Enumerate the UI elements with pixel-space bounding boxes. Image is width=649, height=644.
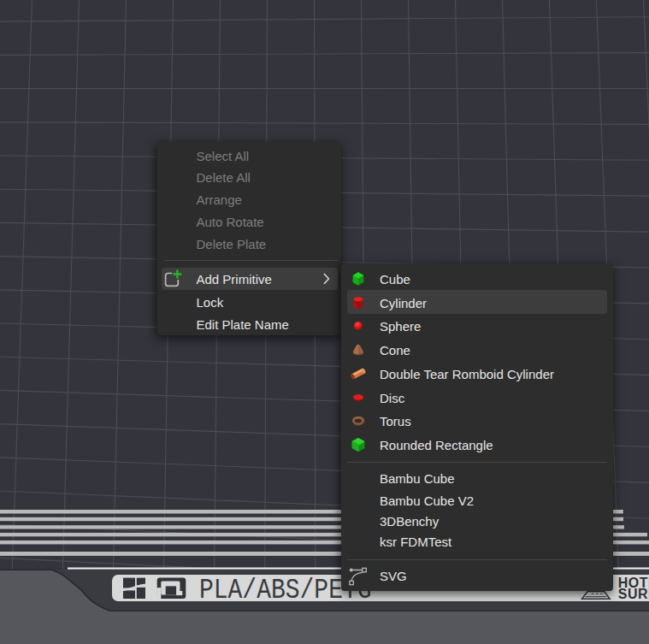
svg-text:SURF: SURF bbox=[618, 587, 649, 601]
